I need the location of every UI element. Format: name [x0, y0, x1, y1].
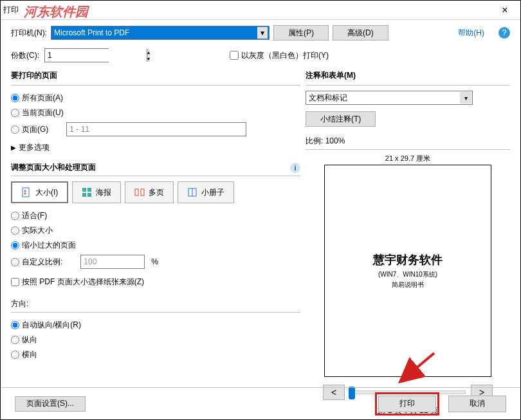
tab-size[interactable]: 大小(I) — [11, 181, 68, 203]
spin-up-icon[interactable]: ▴ — [147, 49, 150, 55]
tab-poster-label: 海报 — [96, 187, 111, 198]
close-icon[interactable]: × — [492, 1, 518, 19]
preview-doc-sub1: (WIN7、WIN10系统) — [373, 270, 443, 279]
printer-label: 打印机(N): — [11, 28, 47, 39]
svg-rect-3 — [82, 193, 86, 197]
current-page-label: 当前页面(U) — [22, 107, 64, 118]
tab-multi-label: 多页 — [149, 187, 164, 198]
comments-title: 注释和表单(M) — [306, 70, 510, 81]
svg-rect-0 — [23, 188, 29, 197]
page-range-label: 页面(G) — [22, 124, 48, 135]
properties-button[interactable]: 属性(P) — [273, 25, 329, 41]
custom-scale-input[interactable] — [80, 255, 145, 269]
shrink-radio[interactable] — [11, 241, 19, 250]
svg-rect-1 — [82, 188, 86, 192]
watermark-logo: 河东软件园 — [24, 3, 88, 21]
more-options[interactable]: ▶ 更多选项 — [11, 138, 300, 157]
sizing-group-title: 调整页面大小和处理页面 — [11, 162, 96, 173]
printer-select[interactable]: Microsoft Print to PDF ▾ — [51, 26, 270, 40]
all-pages-label: 所有页面(A) — [22, 93, 63, 104]
preview-dims: 21 x 29.7 厘米 — [306, 154, 510, 163]
tab-size-label: 大小(I) — [35, 187, 58, 198]
grayscale-checkbox[interactable] — [230, 51, 239, 60]
cancel-button[interactable]: 取消 — [448, 396, 506, 412]
portrait-label: 纵向 — [22, 334, 37, 345]
auto-orient-label: 自动纵向/横向(R) — [22, 320, 81, 331]
multi-icon — [134, 187, 145, 197]
comments-value: 文档和标记 — [309, 93, 347, 104]
arrow-annotation-icon — [398, 352, 437, 386]
tab-poster[interactable]: 海报 — [72, 181, 121, 203]
all-pages-radio[interactable] — [11, 94, 19, 102]
info-icon[interactable]: i — [290, 163, 300, 173]
pages-group-title: 要打印的页面 — [11, 70, 300, 81]
actual-label: 实际大小 — [22, 225, 53, 236]
print-button[interactable]: 打印 — [378, 396, 436, 412]
summarize-button[interactable]: 小结注释(T) — [306, 111, 376, 127]
grayscale-label: 以灰度（黑白色）打印(Y) — [241, 50, 329, 61]
pct-unit: % — [151, 257, 158, 266]
triangle-right-icon: ▶ — [11, 144, 16, 151]
scale-label: 比例: 100% — [306, 136, 510, 147]
current-page-radio[interactable] — [11, 109, 19, 117]
tab-multi[interactable]: 多页 — [125, 181, 174, 203]
landscape-label: 横向 — [22, 349, 37, 360]
more-options-label: 更多选项 — [19, 142, 50, 153]
paper-source-checkbox[interactable] — [11, 278, 19, 286]
svg-rect-2 — [87, 188, 91, 192]
page-range-radio[interactable] — [11, 125, 19, 134]
portrait-radio[interactable] — [11, 336, 19, 344]
custom-radio[interactable] — [11, 258, 19, 266]
fit-label: 适合(F) — [22, 210, 47, 221]
spin-down-icon[interactable]: ▾ — [147, 55, 150, 62]
svg-rect-5 — [135, 189, 138, 196]
help-link[interactable]: 帮助(H) — [458, 28, 484, 39]
preview-doc-title: 慧宇财务软件 — [373, 252, 443, 268]
page-setup-button[interactable]: 页面设置(S)... — [15, 396, 86, 412]
orientation-title: 方向: — [11, 298, 300, 309]
comments-dropdown[interactable]: 文档和标记 ▾ — [306, 91, 473, 105]
svg-line-10 — [402, 353, 434, 380]
paper-source-label: 按照 PDF 页面大小选择纸张来源(Z) — [22, 277, 144, 288]
copies-input[interactable] — [45, 49, 147, 62]
landscape-radio[interactable] — [11, 351, 19, 359]
copies-label: 份数(C): — [11, 50, 39, 61]
poster-icon — [82, 187, 92, 197]
printer-value: Microsoft Print to PDF — [54, 28, 129, 37]
svg-rect-6 — [141, 189, 144, 196]
copies-spinbox[interactable]: ▴ ▾ — [44, 48, 109, 62]
size-icon — [21, 187, 32, 197]
fit-radio[interactable] — [11, 212, 19, 220]
auto-orient-radio[interactable] — [11, 321, 19, 329]
chevron-down-icon[interactable]: ▾ — [257, 27, 268, 39]
chevron-down-icon[interactable]: ▾ — [460, 92, 471, 104]
custom-label: 自定义比例: — [22, 257, 62, 268]
preview-doc-sub2: 简易说明书 — [373, 280, 443, 289]
svg-rect-4 — [87, 193, 91, 197]
shrink-label: 缩小过大的页面 — [22, 240, 76, 251]
advanced-button[interactable]: 高级(D) — [333, 25, 388, 41]
actual-radio[interactable] — [11, 226, 19, 235]
page-range-input[interactable] — [66, 122, 246, 136]
booklet-icon — [187, 187, 197, 197]
tab-booklet[interactable]: 小册子 — [178, 181, 234, 203]
help-icon[interactable]: ? — [498, 27, 510, 39]
tab-booklet-label: 小册子 — [201, 187, 224, 198]
print-preview: 慧宇财务软件 (WIN7、WIN10系统) 简易说明书 — [324, 165, 491, 377]
